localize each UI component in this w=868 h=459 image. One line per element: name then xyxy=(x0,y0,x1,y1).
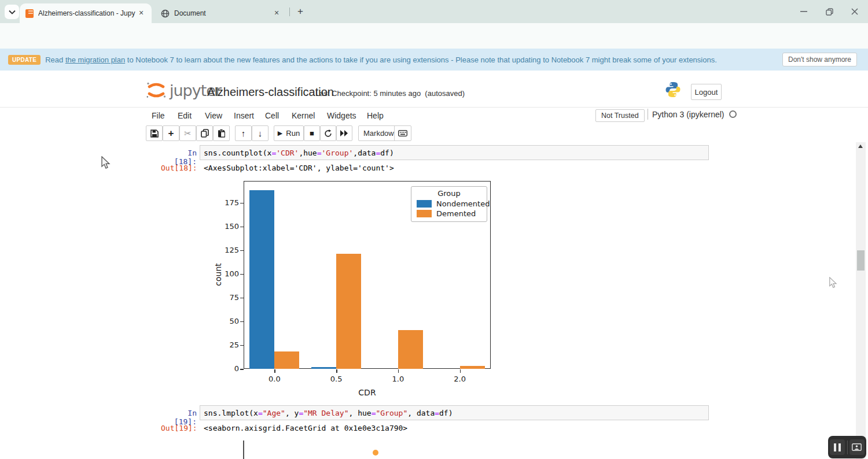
globe-icon xyxy=(161,9,170,18)
output-prompt-19: Out[19]: xyxy=(161,424,197,432)
menu-help[interactable]: Help xyxy=(360,108,391,124)
command-palette-button[interactable] xyxy=(394,125,411,141)
keyboard-icon xyxy=(398,130,407,136)
output-text-18: <AxesSubplot:xlabel='CDR', ylabel='count… xyxy=(204,164,394,172)
vertical-scrollbar[interactable] xyxy=(856,142,866,459)
jupyter-header: jupyter Alzheimers-classification Last C… xyxy=(0,71,868,108)
kernel-indicator: Python 3 (ipykernel) xyxy=(648,109,737,120)
tab-title: Document xyxy=(174,9,272,17)
update-badge: UPDATE xyxy=(8,55,41,65)
dismiss-banner-button[interactable]: Don't show anymore xyxy=(782,53,857,66)
chevron-down-icon xyxy=(9,10,16,14)
jupyter-logo-icon xyxy=(146,81,167,99)
window-minimize-button[interactable] xyxy=(790,0,817,23)
checkpoint-status: Last Checkpoint: 5 minutes ago (autosave… xyxy=(315,89,465,98)
add-cell-button[interactable]: + xyxy=(163,125,179,141)
restart-kernel-button[interactable] xyxy=(320,125,336,141)
lmplot-partial-axis xyxy=(243,441,244,459)
jupyter-browser-window: Alzheimers-classification - Jupy × Docum… xyxy=(0,0,868,459)
scrollbar-thumb[interactable] xyxy=(857,250,865,271)
output-text-19: <seaborn.axisgrid.FacetGrid at 0x1e0e3c1… xyxy=(204,424,407,432)
tab-close-icon[interactable]: × xyxy=(272,9,281,18)
scrollbar-up-arrow[interactable] xyxy=(858,145,863,148)
restart-run-all-button[interactable] xyxy=(336,125,352,141)
paste-icon xyxy=(218,129,225,138)
recorder-pause-button[interactable] xyxy=(830,439,845,455)
code-cell-18[interactable]: sns.countplot(x ='CDR',hue='Group',data … xyxy=(200,145,709,160)
notebook-toolbar: + ✂ ↑ ↓ ▶Run ■ Markdown xyxy=(0,124,868,142)
tab-close-icon[interactable]: × xyxy=(137,9,146,18)
picture-in-picture-icon xyxy=(852,443,862,451)
recorder-divider xyxy=(847,441,848,454)
kernel-divider xyxy=(648,109,648,120)
menu-cell[interactable]: Cell xyxy=(258,108,286,124)
tab-search-button[interactable] xyxy=(5,5,19,19)
lmplot-partial-datapoint xyxy=(373,450,378,456)
menu-view[interactable]: View xyxy=(198,108,229,124)
copy-icon xyxy=(201,129,209,138)
browser-address-bar: i localhost:8888/notebooks/Alzheimers-cl… xyxy=(0,23,868,49)
banner-text: Read the migration plan to Notebook 7 to… xyxy=(45,55,717,64)
output-prompt-18: Out[18]: xyxy=(161,164,197,172)
paste-cell-button[interactable] xyxy=(213,125,230,141)
save-icon xyxy=(150,129,159,138)
cut-cell-button[interactable]: ✂ xyxy=(179,125,196,141)
menu-insert[interactable]: Insert xyxy=(227,108,261,124)
trust-status-badge[interactable]: Not Trusted xyxy=(595,109,645,122)
jupyter-notebook-favicon xyxy=(25,9,34,18)
move-cell-up-button[interactable]: ↑ xyxy=(235,125,252,141)
kernel-idle-icon xyxy=(729,110,737,118)
migration-plan-link[interactable]: the migration plan xyxy=(65,55,125,64)
menu-kernel[interactable]: Kernel xyxy=(285,108,322,124)
copy-cell-button[interactable] xyxy=(196,125,213,141)
window-restore-button[interactable] xyxy=(816,0,843,23)
fast-forward-icon xyxy=(340,130,348,136)
screen-recorder-overlay xyxy=(828,436,866,458)
browser-tab-document[interactable]: Document × xyxy=(155,3,287,23)
play-icon: ▶ xyxy=(278,129,282,137)
recorder-pip-button[interactable] xyxy=(849,439,865,455)
save-button[interactable] xyxy=(146,125,163,141)
code-cell-19[interactable]: sns.lmplot(x="Age", y="MR Delay", hue="G… xyxy=(200,405,709,420)
run-cell-button[interactable]: ▶Run xyxy=(274,125,304,141)
browser-tab-active[interactable]: Alzheimers-classification - Jupy × xyxy=(20,3,152,23)
pause-icon xyxy=(834,443,841,451)
tab-divider xyxy=(289,8,290,16)
kernel-name: Python 3 (ipykernel) xyxy=(652,110,724,119)
menu-file[interactable]: File xyxy=(145,108,172,124)
new-tab-button[interactable]: + xyxy=(294,5,307,18)
logout-button[interactable]: Logout xyxy=(691,84,722,100)
countplot-figure: 02550751001251501750.00.51.02.0CDRcountG… xyxy=(205,178,495,398)
notebook-content: In [18]: sns.countplot(x ='CDR',hue='Gro… xyxy=(0,142,856,459)
tab-title: Alzheimers-classification - Jupy xyxy=(38,9,137,17)
restart-icon xyxy=(324,129,332,138)
browser-tab-bar: Alzheimers-classification - Jupy × Docum… xyxy=(0,0,868,23)
menu-edit[interactable]: Edit xyxy=(171,108,198,124)
interrupt-kernel-button[interactable]: ■ xyxy=(304,125,320,141)
move-cell-down-button[interactable]: ↓ xyxy=(252,125,269,141)
python-logo-icon xyxy=(664,81,682,101)
notebook-menubar: File Edit View Insert Cell Kernel Widget… xyxy=(0,108,868,124)
menu-widgets[interactable]: Widgets xyxy=(320,108,363,124)
notebook7-update-banner: UPDATE Read the migration plan to Notebo… xyxy=(0,49,868,71)
window-close-button[interactable] xyxy=(841,0,868,23)
